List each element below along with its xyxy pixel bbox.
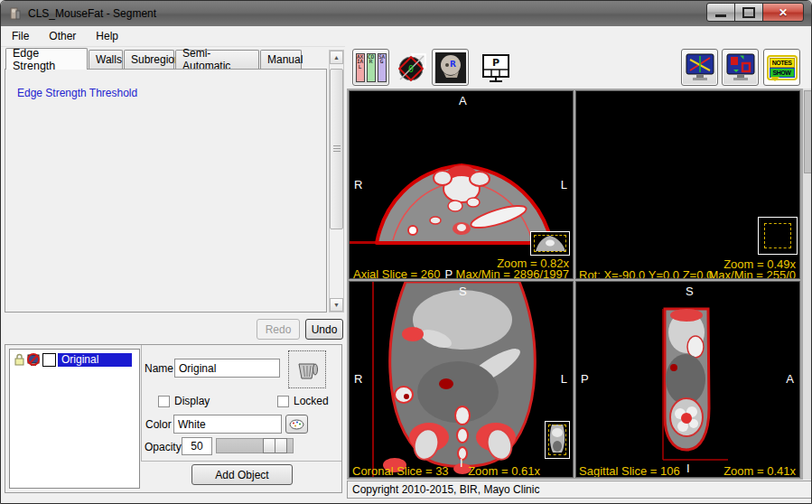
orientation-display-button[interactable] [681,49,718,86]
rotation-maxmin-text: Max/Min = 255/0 [709,268,796,279]
viewer-scrollbar-thumb[interactable] [804,90,812,173]
palette-button[interactable] [285,415,308,434]
maximize-icon [742,7,755,18]
tab-manual[interactable]: Manual [260,50,302,69]
name-label: Name [145,362,173,375]
orientation-inferior: I [686,462,690,475]
delete-object-button[interactable] [288,350,326,388]
orientation-inferior: I [460,456,463,470]
viewer-scrollbar[interactable] [802,89,812,480]
display-checkbox[interactable] [158,396,170,407]
threshold-group-title: Edge Strength Threshold [14,87,141,99]
orientation-right: R [354,372,362,386]
edge-strength-tab-page [5,69,327,313]
object-opacity-input[interactable] [182,437,212,455]
orientation-left: L [561,178,567,191]
close-icon: ✕ [779,6,788,19]
status-bar: Copyright 2010-2015, BIR, Mayo Clinic [347,481,812,499]
object-list[interactable]: Original [9,349,140,489]
object-opacity-slider[interactable] [216,438,294,453]
tab-subregion[interactable]: Subregion [124,50,174,69]
scrollbar-thumb[interactable] [330,69,343,229]
object-color-swatch[interactable] [42,353,56,367]
axial-maxmin-text: P Max/Min = 2896/1997 [445,267,569,279]
tab-edge-strength[interactable]: Edge Strength [5,48,88,70]
svg-text:P: P [492,57,499,69]
opacity-label: Opacity [145,441,182,453]
copyright-text: Copyright 2010-2015, BIR, Mayo Clinic [352,483,539,496]
menu-file[interactable]: File [3,27,38,45]
ortho-views-icon: AXIAL COR SAG [355,53,387,82]
locked-checkbox[interactable] [277,396,289,407]
menu-help[interactable]: Help [87,27,127,45]
oblique-view-icon: 0 [396,51,428,84]
orientation-right: R [354,178,362,191]
orientation-posterior: P [445,267,453,279]
palette-icon [289,419,304,430]
display-label: Display [174,395,210,407]
color-label: Color [145,418,172,431]
coronal-slice-image [350,282,574,478]
add-object-button[interactable]: Add Object [191,464,293,485]
axial-slice-text: Axial Slice = 260 [353,267,440,279]
image-display-area: A R L Zoom = 0.82x Axial Slice = 260 P M… [347,89,802,480]
sagittal-viewport[interactable]: S P A I Sagittal Slice = 106 Zoom = 0.41… [575,281,800,478]
object-name-input[interactable] [174,359,280,378]
maximize-button[interactable] [734,3,763,22]
orientation-anterior: A [459,94,467,107]
monitor-axes-icon [685,52,715,83]
undo-button[interactable]: Undo [305,319,343,340]
object-opacity-slider-thumb[interactable] [264,438,287,453]
display-off-icon [26,353,41,367]
locked-label: Locked [294,395,329,407]
sagittal-slice-image [576,282,800,478]
tab-semi-automatic[interactable]: Semi-Automatic [175,50,259,69]
notes-button[interactable]: NOTES SHOW [763,49,800,86]
menu-bar: File Other Help [1,26,811,47]
minimize-button[interactable] [706,3,735,22]
svg-text:R: R [450,60,456,69]
app-icon [8,6,23,21]
sagittal-slice-text: Sagittal Slice = 106 [579,464,680,478]
coronal-thumbnail[interactable] [545,421,570,459]
rotation-thumbnail[interactable] [758,217,798,255]
scroll-up-icon[interactable]: ▲ [330,51,343,64]
image-copy-display-button[interactable] [722,49,759,86]
panel-layout-button[interactable]: P [477,49,514,86]
orientation-left: L [561,372,567,386]
close-button[interactable]: ✕ [762,3,804,22]
render-skull-icon: R [435,52,466,83]
object-item-label[interactable]: Original [58,353,132,367]
object-panel: Original Name Display Locked Color [5,344,342,493]
window-title: CLS_MouseFat - Segment [28,7,156,20]
oblique-view-button[interactable]: 0 [393,49,430,86]
lock-icon [13,353,26,367]
rotation-rot-text: Rot: X=-90.0 Y=0.0 Z=0.0 [579,268,713,279]
axial-viewport[interactable]: A R L Zoom = 0.82x Axial Slice = 260 P M… [349,90,574,279]
render-view-button[interactable]: R [432,49,469,86]
coronal-viewport[interactable]: S R L I Coronal Slice = 33 Zoom = 0.61x [349,281,574,478]
ortho-views-button[interactable]: AXIAL COR SAG [352,49,389,86]
panel-layout-icon: P [480,51,512,84]
svg-text:0: 0 [408,64,414,74]
trash-icon [294,357,320,382]
scroll-down-icon[interactable]: ▼ [330,298,343,312]
coronal-zoom-text: Zoom = 0.61x [468,464,540,478]
object-color-input[interactable] [173,415,282,434]
axial-thumbnail[interactable] [530,231,570,256]
coronal-slice-text: Coronal Slice = 33 [352,464,449,478]
rotation-viewport[interactable]: Zoom = 0.49x Rot: X=-90.0 Y=0.0 Z=0.0 Ma… [575,90,800,279]
redo-button[interactable]: Redo [257,319,300,340]
orientation-posterior: P [581,372,589,386]
sagittal-zoom-text: Zoom = 0.41x [723,464,796,478]
notes-icon: NOTES SHOW [767,55,798,80]
menu-other[interactable]: Other [40,27,85,45]
monitor-copy-icon [725,52,756,83]
orientation-superior: S [459,285,467,298]
object-list-item[interactable]: Original [10,351,139,368]
left-panel-scrollbar[interactable]: ▲ ▼ [329,50,344,313]
tab-walls[interactable]: Walls [89,50,123,69]
title-bar[interactable]: CLS_MouseFat - Segment ✕ [1,1,811,27]
viewer-toolbar: AXIAL COR SAG 0 R [345,46,812,89]
minimize-icon [715,14,726,17]
